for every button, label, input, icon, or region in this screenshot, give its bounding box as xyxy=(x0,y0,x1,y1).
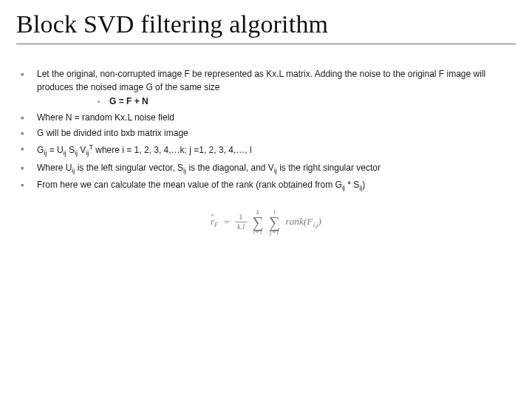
bullet-item: Where Uij is the left singular vector, S… xyxy=(16,162,516,176)
sum-1-lower: i=1 xyxy=(253,229,262,236)
bullet-text: G will be divided into bxb matrix image xyxy=(37,128,188,138)
bullet-item: Gij = Uij Sij VijT where i = 1, 2, 3, 4,… xyxy=(16,143,516,158)
sub-bullet-list: G = F + N xyxy=(96,95,516,108)
bullet-item: From here we can calculate the mean valu… xyxy=(16,179,516,193)
mean-rank-formula: rF = 1 k.l k ∑ i=1 l ∑ j=1 ran xyxy=(211,209,321,236)
bullet-text: Gij = Uij Sij VijT where i = 1, 2, 3, 4,… xyxy=(37,145,252,155)
bullet-item: Let the original, non-corrupted image F … xyxy=(16,68,516,108)
slide-body: Let the original, non-corrupted image F … xyxy=(16,68,516,236)
title-wrap: Block SVD filtering algorithm xyxy=(16,0,516,44)
bullet-text: Let the original, non-corrupted image F … xyxy=(37,69,485,92)
sigma-icon: ∑ xyxy=(253,215,264,229)
sub-bullet-text: G = F + N xyxy=(109,96,149,106)
bullet-item: Where N = random Kx.L noise field xyxy=(16,112,516,124)
bullet-item: G will be divided into bxb matrix image xyxy=(16,127,516,140)
bullet-text: Where Uij is the left singular vector, S… xyxy=(37,163,381,173)
formula-rhs: rank(Fi,j) xyxy=(286,214,321,230)
slide: Block SVD filtering algorithm Let the or… xyxy=(0,0,532,399)
fraction-numerator: 1 xyxy=(237,214,245,222)
sum-2-lower: j=1 xyxy=(270,229,279,236)
slide-title: Block SVD filtering algorithm xyxy=(16,10,516,38)
equals-sign: = xyxy=(224,215,230,229)
bullet-list: Let the original, non-corrupted image F … xyxy=(16,68,516,193)
bullet-text: From here we can calculate the mean valu… xyxy=(37,180,365,190)
formula-block: rF = 1 k.l k ∑ i=1 l ∑ j=1 ran xyxy=(16,208,516,236)
sum-1: k ∑ i=1 xyxy=(253,209,264,236)
bullet-text: Where N = random Kx.L noise field xyxy=(37,112,174,123)
sub-bullet-item: G = F + N xyxy=(96,95,516,108)
fraction-denominator: k.l xyxy=(235,222,247,231)
fraction: 1 k.l xyxy=(235,214,247,231)
formula-lhs: rF xyxy=(211,214,218,230)
sigma-icon: ∑ xyxy=(269,215,280,229)
sum-2: l ∑ j=1 xyxy=(269,209,280,236)
